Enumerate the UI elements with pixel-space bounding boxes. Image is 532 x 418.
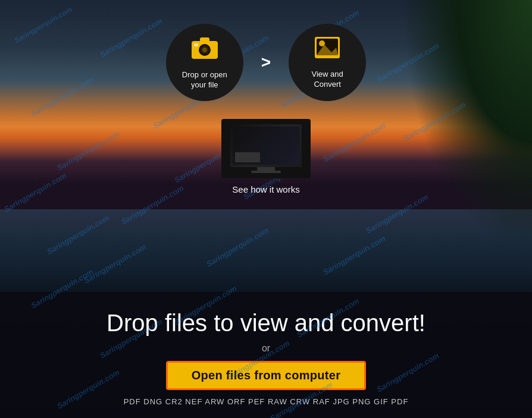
image-icon <box>314 36 341 65</box>
steps-row: Drop or open your file > View and Conver… <box>166 24 366 101</box>
svg-rect-4 <box>200 37 209 42</box>
step-convert-label: View and Convert <box>298 70 357 90</box>
step-arrow: > <box>261 53 271 72</box>
video-section[interactable]: See how it works <box>221 119 311 194</box>
step-open-file[interactable]: Drop or open your file <box>166 24 243 101</box>
main-content: Drop or open your file > View and Conver… <box>0 0 532 418</box>
step-view-convert[interactable]: View and Convert <box>289 24 366 101</box>
step-open-label: Drop or open your file <box>175 70 234 90</box>
camera-icon <box>190 35 219 65</box>
monitor-base <box>251 171 281 173</box>
svg-rect-5 <box>194 43 198 46</box>
video-screen <box>230 124 302 167</box>
video-thumbnail[interactable] <box>221 119 311 178</box>
see-how-label: See how it works <box>232 184 299 194</box>
svg-point-3 <box>202 48 207 52</box>
